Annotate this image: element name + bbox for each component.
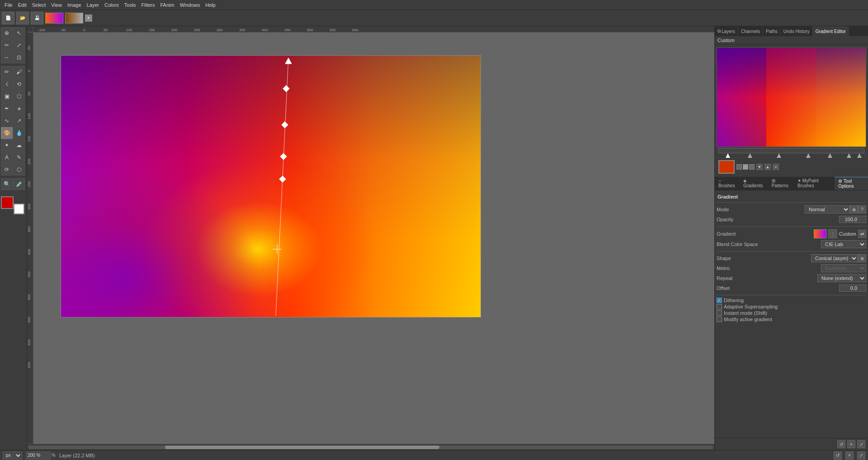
pos-square-1[interactable]	[736, 164, 742, 170]
tool-pick-color[interactable]: 💉	[13, 178, 25, 190]
offset-input[interactable]	[839, 285, 866, 292]
tool-bucket-fill[interactable]: 💧	[13, 127, 25, 139]
statusbar-reset-icon[interactable]: ↺	[834, 451, 842, 460]
modify-checkbox[interactable]	[717, 317, 722, 322]
tool-ink[interactable]: ✎	[13, 152, 25, 163]
instant-checkbox[interactable]	[717, 310, 722, 316]
tab-layers[interactable]: ⧉ Layers	[715, 26, 738, 36]
menu-windows[interactable]: Windows	[177, 1, 203, 9]
background-color[interactable]	[14, 204, 24, 214]
stop-icon-2[interactable]: ▲	[764, 164, 771, 170]
tool-pointer[interactable]: ↖	[13, 27, 25, 39]
close-icon[interactable]: ×	[85, 14, 92, 22]
tool-eraser[interactable]: ☇	[1, 78, 13, 90]
stop-marker-5[interactable]	[828, 153, 832, 158]
blend-select[interactable]: CIE Lab RGB HSV	[821, 240, 866, 248]
stop-marker-3[interactable]	[777, 153, 781, 158]
metric-select[interactable]: Euclidean Manhattan	[821, 264, 866, 272]
tool-smudge[interactable]: ☁	[13, 139, 25, 151]
stop-marker-7[interactable]	[857, 153, 862, 158]
tool-pencil[interactable]: ✏	[1, 66, 13, 78]
menu-select[interactable]: Select	[29, 1, 49, 9]
menu-filters[interactable]: Filters	[139, 1, 158, 9]
mini-gradient-swatch[interactable]	[814, 229, 826, 238]
subtab-gradients[interactable]: ◈ Gradients	[740, 177, 768, 190]
mode-extra-icon[interactable]: ⊕	[850, 205, 858, 213]
svg-text:100: 100	[27, 113, 31, 119]
statusbar-close-icon[interactable]: ×	[845, 451, 854, 460]
stop-icon-1[interactable]: ▼	[756, 164, 763, 170]
shape-select[interactable]: Conical (asym) Linear Radial Square Coni…	[811, 254, 858, 262]
tool-transform[interactable]: ⤢	[13, 39, 25, 51]
gradient-edit-button[interactable]: ⋮	[828, 229, 837, 238]
subtab-tool-options[interactable]: ⚙ Tool Options	[835, 177, 868, 190]
opacity-input[interactable]	[839, 216, 866, 223]
tool-heal[interactable]: ⟲	[13, 78, 25, 90]
color-stop-swatch[interactable]	[718, 160, 735, 174]
open-button[interactable]: 📂	[16, 12, 29, 24]
save-button[interactable]: 💾	[31, 12, 43, 24]
scrollbar-horizontal[interactable]	[27, 444, 714, 450]
zoom-input[interactable]	[26, 451, 51, 460]
repeat-select[interactable]: None (extend) Sawtooth wave Triangular w…	[817, 274, 866, 282]
tool-blend[interactable]: ⬡	[13, 164, 25, 175]
gradient-swatch-1[interactable]	[45, 13, 63, 24]
adaptive-checkbox[interactable]	[717, 304, 722, 309]
stop-marker-1[interactable]	[726, 153, 730, 158]
svg-text:500: 500	[307, 28, 313, 32]
tool-align[interactable]: ⊡	[13, 52, 25, 63]
unit-select[interactable]: px mm in	[3, 451, 22, 460]
tool-move[interactable]: ⊕	[1, 27, 13, 39]
menu-tools[interactable]: Tools	[122, 1, 139, 9]
gradient-swap-icon[interactable]: ⇄	[858, 230, 866, 238]
tool-warp[interactable]: ⟳	[1, 164, 13, 175]
tool-gradient[interactable]: 🎨	[1, 127, 13, 139]
stop-icon-3[interactable]: ≡	[773, 164, 779, 170]
subtab-brushes[interactable]: ○ Brushes	[715, 177, 740, 190]
canvas-viewport[interactable]	[33, 33, 714, 444]
close-panel-icon[interactable]: ×	[847, 440, 855, 448]
shape-icon[interactable]: ⊕	[858, 254, 866, 262]
tab-channels[interactable]: Channels	[738, 26, 763, 36]
tab-gradient-editor[interactable]: Gradient Editor	[813, 26, 849, 36]
menu-file[interactable]: File	[2, 1, 15, 9]
stop-marker-6[interactable]	[847, 153, 851, 158]
tab-undo-history[interactable]: Undo History	[781, 26, 813, 36]
new-button[interactable]: 📄	[2, 12, 14, 24]
mode-select[interactable]: Normal Multiply Screen Overlay	[805, 205, 850, 213]
subtab-patterns[interactable]: ⊞ Patterns	[768, 177, 794, 190]
subtab-mypaint[interactable]: ✦ MyPaint Brushes	[794, 177, 835, 190]
tool-flip[interactable]: ↔	[1, 52, 13, 63]
menu-help[interactable]: Help	[203, 1, 218, 9]
tool-ellipse-select[interactable]: ⬡	[13, 90, 25, 102]
foreground-color[interactable]	[1, 196, 14, 209]
tool-measure[interactable]: ↗	[13, 115, 25, 127]
tool-paint[interactable]: 🖌	[13, 66, 25, 78]
pos-square-2[interactable]	[743, 164, 748, 170]
stop-marker-2[interactable]	[748, 153, 752, 158]
pos-square-3[interactable]	[749, 164, 755, 170]
tool-free-select[interactable]: ✒	[1, 103, 13, 114]
menu-view[interactable]: View	[48, 1, 65, 9]
menu-fanim[interactable]: FAnim	[157, 1, 177, 9]
gradient-swatch-2[interactable]	[65, 13, 83, 24]
dithering-checkbox[interactable]: ✓	[717, 298, 722, 303]
tool-zoom[interactable]: 🔍	[1, 178, 13, 190]
statusbar-expand-icon[interactable]: ⤢	[857, 451, 865, 460]
tool-fuzzy-select[interactable]: ⎈	[13, 103, 25, 114]
reset-icon[interactable]: ↺	[837, 440, 845, 448]
menu-edit[interactable]: Edit	[15, 1, 29, 9]
expand-icon[interactable]: ⤢	[857, 440, 865, 448]
mode-info-icon[interactable]: ?	[858, 205, 866, 213]
tool-crop[interactable]: ✂	[1, 39, 13, 51]
menu-colors[interactable]: Colors	[102, 1, 122, 9]
tool-text[interactable]: A	[1, 152, 13, 163]
tool-clone[interactable]: ✦	[1, 139, 13, 151]
tool-rect-select[interactable]: ▣	[1, 90, 13, 102]
tab-paths[interactable]: Paths	[763, 26, 781, 36]
menu-layer[interactable]: Layer	[84, 1, 102, 9]
gradient-preview-large[interactable]	[717, 47, 866, 147]
stop-marker-4[interactable]	[806, 153, 811, 158]
menu-image[interactable]: Image	[65, 1, 84, 9]
tool-path[interactable]: ∿	[1, 115, 13, 127]
